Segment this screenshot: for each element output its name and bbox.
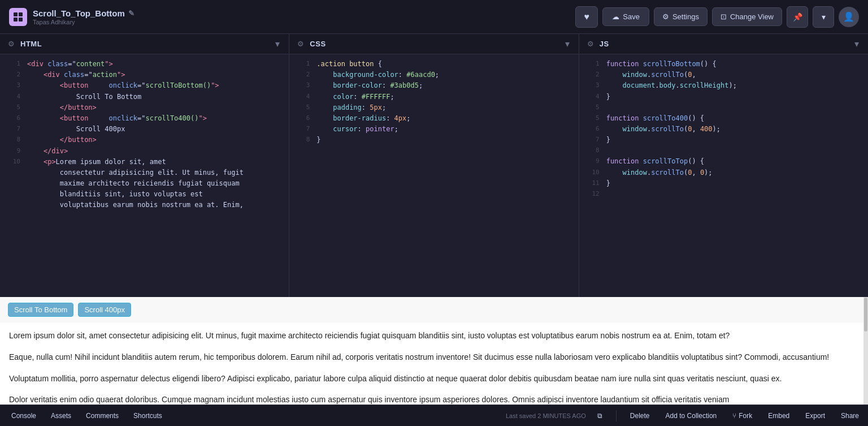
line-content: window.scrollTo(0, 400); (606, 124, 863, 135)
code-line: 3 <button onclick="scrollToBottom()"> (0, 80, 289, 91)
token: border-radius (333, 114, 386, 122)
code-line: 8} (289, 135, 578, 145)
token: div (47, 71, 60, 79)
line-content: window.scrollTo(0, (606, 70, 863, 80)
line-number: 10 (584, 167, 600, 178)
css-panel-dropdown[interactable]: ▾ (563, 37, 572, 50)
line-content: } (606, 92, 863, 102)
heart-button[interactable]: ♥ (575, 6, 598, 28)
tab-comments[interactable]: Comments (79, 408, 125, 423)
token: : (358, 125, 366, 133)
token (316, 114, 333, 122)
token: ); (728, 81, 736, 89)
preview-paragraph-4: Dolor veritatis enim odio quaerat dolori… (9, 393, 859, 405)
line-number: 7 (5, 124, 20, 135)
token: ; (419, 81, 423, 89)
token: () { (688, 157, 704, 165)
bottom-toolbar: Console Assets Comments Shortcuts Last s… (0, 405, 868, 426)
chevron-down-icon: ▾ (822, 12, 826, 21)
token (88, 81, 108, 89)
token: } (606, 136, 610, 144)
settings-button[interactable]: ⚙ Settings (654, 7, 708, 26)
add-to-collection-button[interactable]: Add to Collection (661, 410, 722, 422)
token: voluptatibus earum nobis nostrum ea at. … (27, 201, 244, 209)
code-line: 4 color: #FFFFFF; (289, 92, 578, 102)
share-button[interactable]: Share (836, 410, 863, 422)
tab-assets[interactable]: Assets (44, 408, 78, 423)
code-line: 7} (579, 135, 868, 145)
token: , (692, 169, 700, 177)
cloud-icon: ☁ (612, 12, 619, 21)
html-panel-dropdown[interactable]: ▾ (273, 37, 282, 50)
code-line: 7 cursor: pointer; (289, 124, 578, 135)
line-content: <div class="content"> (27, 59, 284, 70)
token: 400 (700, 125, 713, 133)
open-in-new-button[interactable]: ⧉ (593, 410, 607, 422)
line-number: 9 (5, 146, 20, 157)
line-content: </div> (27, 146, 284, 157)
svg-rect-1 (19, 12, 23, 16)
token: scrollTo (651, 169, 684, 177)
embed-button[interactable]: Embed (763, 410, 794, 422)
token: > (93, 136, 97, 144)
line-number: 5 (584, 113, 600, 124)
tab-console[interactable]: Console (5, 408, 43, 423)
token: window (623, 169, 647, 177)
line-content: <button onclick="scrollTo400()"> (27, 113, 284, 124)
token: #FFFFFF (362, 93, 390, 101)
token: . (676, 81, 680, 89)
html-panel-header: ⚙ HTML ▾ (0, 34, 289, 54)
line-content: background-color: #6aacd0; (316, 70, 574, 80)
title-text: Scroll_To_Top_Bottom (33, 8, 125, 18)
edit-icon[interactable]: ✎ (128, 9, 134, 18)
html-settings-icon[interactable]: ⚙ (7, 40, 16, 49)
change-view-button[interactable]: ⊡ Change View (712, 7, 782, 26)
code-line: 6 border-radius: 4px; (289, 113, 578, 124)
html-code-editor[interactable]: 1<div class="content">2 <div class="acti… (0, 54, 289, 297)
bottom-tabs: Console Assets Comments Shortcuts (5, 408, 169, 423)
line-number: 4 (584, 92, 600, 102)
token: } (606, 179, 610, 187)
token: content (76, 60, 105, 68)
fork-button[interactable]: ⑂ Fork (728, 410, 757, 422)
token: =" (137, 81, 145, 89)
token: ; (390, 93, 394, 101)
css-code-editor[interactable]: 1.action button {2 background-color: #6a… (289, 54, 578, 297)
save-button[interactable]: ☁ Save (602, 7, 649, 26)
pin-button[interactable]: 📌 (787, 6, 808, 28)
token (316, 81, 333, 89)
preview-scrollbar[interactable] (863, 297, 868, 405)
line-content: consectetur adipisicing elit. Ut minus, … (27, 167, 284, 178)
js-code-editor[interactable]: 1function scrollToBottom() {2 window.scr… (579, 54, 868, 297)
css-settings-icon[interactable]: ⚙ (296, 40, 305, 49)
code-line: 2 background-color: #6aacd0; (289, 70, 578, 80)
export-button[interactable]: Export (801, 410, 830, 422)
token: "> (105, 60, 112, 68)
html-panel: ⚙ HTML ▾ 1<div class="content">2 <div cl… (0, 34, 289, 297)
scroll-to-bottom-button[interactable]: Scroll To Bottom (8, 303, 73, 317)
tab-shortcuts[interactable]: Shortcuts (127, 408, 169, 423)
line-number: 3 (5, 80, 20, 91)
code-line: 4} (579, 92, 868, 102)
code-line: maxime architecto reiciendis fugiat quis… (0, 178, 289, 189)
fork-label: Fork (739, 412, 752, 420)
js-panel-dropdown[interactable]: ▾ (852, 37, 861, 50)
delete-button[interactable]: Delete (626, 410, 654, 422)
line-content: document.body.scrollHeight); (606, 80, 863, 91)
token: </ (27, 104, 68, 111)
css-panel-header: ⚙ CSS ▾ (289, 34, 578, 54)
token: 5px (370, 104, 382, 111)
header-dropdown-button[interactable]: ▾ (813, 6, 834, 28)
scroll-400px-button[interactable]: Scroll 400px (78, 303, 131, 317)
js-settings-icon[interactable]: ⚙ (586, 40, 595, 49)
line-number: 8 (5, 135, 20, 145)
token: #6aacd0 (406, 71, 435, 79)
token: maxime architecto reiciendis fugiat quis… (27, 179, 240, 187)
avatar[interactable]: 👤 (839, 7, 859, 27)
pin-icon: 📌 (793, 12, 802, 21)
line-content: cursor: pointer; (316, 124, 574, 135)
editor-area: ⚙ HTML ▾ 1<div class="content">2 <div cl… (0, 34, 868, 297)
line-content: border-color: #3ab0d5; (316, 80, 574, 91)
header-actions: ♥ ☁ Save ⚙ Settings ⊡ Change View 📌 ▾ 👤 (575, 6, 859, 28)
scrollbar-thumb[interactable] (864, 298, 867, 332)
